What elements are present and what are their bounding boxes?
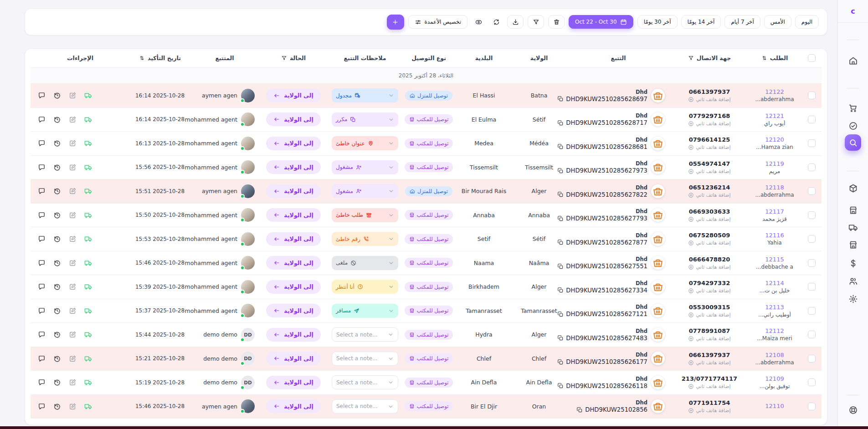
chat-action-icon[interactable]: [38, 139, 46, 147]
note-dropdown[interactable]: مشغول: [332, 184, 398, 198]
column-header-delivery[interactable]: نوع التوصيل: [402, 55, 455, 61]
chat-action-icon[interactable]: [38, 259, 46, 267]
status-badge[interactable]: إلى الولاية: [266, 184, 320, 198]
status-badge[interactable]: إلى الولاية: [266, 112, 320, 126]
history-action-icon[interactable]: [53, 187, 61, 195]
history-action-icon[interactable]: [53, 378, 61, 386]
app-logo[interactable]: c: [838, 0, 868, 23]
row-checkbox[interactable]: [808, 331, 816, 338]
add-order-button[interactable]: [387, 15, 404, 30]
row-checkbox[interactable]: [808, 283, 816, 291]
history-action-icon[interactable]: [53, 163, 61, 171]
ship-action-icon[interactable]: [84, 139, 92, 147]
order-id-link[interactable]: 12119: [765, 160, 784, 167]
refresh-button[interactable]: [489, 15, 503, 29]
row-checkbox[interactable]: [808, 187, 816, 195]
edit-action-icon[interactable]: [69, 378, 77, 386]
add-second-phone-button[interactable]: إضافة هاتف ثاني: [688, 264, 730, 270]
date-range-button[interactable]: Oct 22 - Oct 30: [569, 15, 633, 29]
status-badge[interactable]: إلى الولاية: [266, 256, 320, 270]
ship-action-icon[interactable]: [84, 259, 92, 267]
column-header-notes[interactable]: ملاحظات التتبع: [328, 55, 402, 61]
ship-action-icon[interactable]: [84, 235, 92, 243]
column-header-agent[interactable]: المتتبع: [190, 55, 259, 61]
sidebar-item-cart[interactable]: [845, 100, 861, 116]
sidebar-item-dollar[interactable]: [845, 255, 861, 271]
chat-action-icon[interactable]: [38, 307, 46, 315]
add-second-phone-button[interactable]: إضافة هاتف ثاني: [688, 408, 730, 414]
history-action-icon[interactable]: [53, 403, 61, 410]
add-second-phone-button[interactable]: إضافة هاتف ثاني: [688, 192, 730, 198]
status-badge[interactable]: إلى الولاية: [266, 89, 320, 102]
order-id-link[interactable]: 12108: [765, 352, 784, 358]
chat-action-icon[interactable]: [38, 92, 46, 99]
history-action-icon[interactable]: [53, 211, 61, 219]
sidebar-item-truck[interactable]: [845, 219, 861, 235]
ship-action-icon[interactable]: [84, 116, 92, 123]
order-id-link[interactable]: 12122: [765, 88, 784, 95]
edit-action-icon[interactable]: [69, 307, 77, 315]
order-id-link[interactable]: 12112: [765, 327, 784, 334]
column-header-actions[interactable]: الإجراءات: [31, 55, 130, 61]
ship-action-icon[interactable]: [84, 92, 92, 99]
edit-action-icon[interactable]: [69, 139, 77, 147]
view-button[interactable]: [472, 15, 485, 29]
add-second-phone-button[interactable]: إضافة هاتف ثاني: [688, 383, 730, 389]
column-header-wilaya[interactable]: الولاية: [513, 55, 565, 61]
note-dropdown[interactable]: عنوان خاطئ: [332, 136, 398, 150]
select-all-checkbox[interactable]: [808, 54, 816, 62]
note-dropdown[interactable]: Select a note...: [332, 352, 398, 366]
status-badge[interactable]: إلى الولاية: [266, 399, 320, 413]
chat-action-icon[interactable]: [38, 331, 46, 338]
note-dropdown[interactable]: مسافر: [332, 304, 398, 318]
history-action-icon[interactable]: [53, 259, 61, 267]
note-dropdown[interactable]: Select a note...: [332, 327, 398, 342]
edit-action-icon[interactable]: [69, 116, 77, 123]
note-dropdown[interactable]: Select a note...: [332, 399, 398, 414]
status-badge[interactable]: إلى الولاية: [266, 208, 320, 222]
chat-action-icon[interactable]: [38, 235, 46, 243]
add-second-phone-button[interactable]: إضافة هاتف ثاني: [688, 288, 730, 294]
ship-action-icon[interactable]: [84, 331, 92, 338]
column-header-tracking[interactable]: التتبع: [565, 55, 671, 61]
history-action-icon[interactable]: [53, 235, 61, 243]
status-badge[interactable]: إلى الولاية: [266, 352, 320, 365]
quick-range-0[interactable]: اليوم: [795, 15, 819, 29]
edit-action-icon[interactable]: [69, 163, 77, 171]
edit-action-icon[interactable]: [69, 331, 77, 338]
chat-action-icon[interactable]: [38, 163, 46, 171]
order-id-link[interactable]: 12121: [765, 112, 784, 119]
row-checkbox[interactable]: [808, 307, 816, 315]
sidebar-item-settings[interactable]: [845, 291, 861, 307]
sidebar-item-help[interactable]: [845, 402, 861, 418]
order-id-link[interactable]: 12116: [765, 232, 784, 239]
sidebar-item-check-circle[interactable]: [845, 117, 861, 134]
order-id-link[interactable]: 12115: [765, 256, 784, 263]
order-id-link[interactable]: 12114: [765, 280, 784, 286]
chat-action-icon[interactable]: [38, 403, 46, 410]
note-dropdown[interactable]: ملغى: [332, 256, 398, 270]
history-action-icon[interactable]: [53, 116, 61, 123]
history-action-icon[interactable]: [53, 139, 61, 147]
edit-action-icon[interactable]: [69, 92, 77, 99]
edit-action-icon[interactable]: [69, 259, 77, 267]
copy-icon[interactable]: [576, 407, 583, 413]
add-second-phone-button[interactable]: إضافة هاتف ثاني: [688, 216, 730, 222]
status-badge[interactable]: إلى الولاية: [266, 280, 320, 294]
chat-action-icon[interactable]: [38, 283, 46, 291]
export-button[interactable]: [507, 15, 524, 29]
ship-action-icon[interactable]: [84, 378, 92, 386]
order-id-link[interactable]: 12117: [765, 208, 784, 215]
add-second-phone-button[interactable]: إضافة هاتف ثاني: [688, 144, 730, 150]
sidebar-item-search[interactable]: [845, 134, 861, 151]
row-checkbox[interactable]: [808, 92, 816, 99]
customize-columns-button[interactable]: تخصيص الأعمدة: [408, 15, 468, 29]
column-header-order[interactable]: الطلب: [748, 55, 801, 61]
add-second-phone-button[interactable]: إضافة هاتف ثاني: [688, 240, 730, 246]
sidebar-item-store-2[interactable]: [845, 236, 861, 253]
note-dropdown[interactable]: مكرر: [332, 112, 398, 127]
add-second-phone-button[interactable]: إضافة هاتف ثاني: [688, 97, 730, 102]
note-dropdown[interactable]: مشغول: [332, 160, 398, 174]
ship-action-icon[interactable]: [84, 211, 92, 219]
chat-action-icon[interactable]: [38, 211, 46, 219]
